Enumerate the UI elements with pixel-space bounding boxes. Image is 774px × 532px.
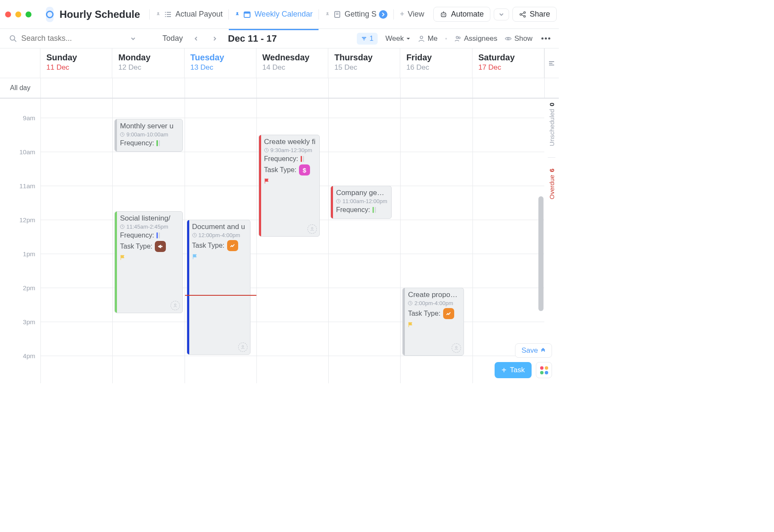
add-assignee-button[interactable]	[238, 342, 248, 352]
clock-icon	[120, 132, 125, 137]
clock-icon	[264, 148, 269, 153]
svg-point-26	[456, 36, 458, 38]
day-column-thursday[interactable]: Company genera 11:00am-12:00pm Frequency…	[328, 99, 400, 383]
flag-icon	[264, 178, 270, 184]
event-company-general[interactable]: Company genera 11:00am-12:00pm Frequency…	[330, 186, 392, 219]
day-column-saturday[interactable]	[472, 99, 544, 383]
pin-icon	[235, 12, 240, 17]
svg-rect-1	[167, 12, 171, 13]
share-button[interactable]: Share	[512, 7, 557, 22]
window-titlebar: Hourly Schedule Actual Payout Weekly Cal…	[0, 0, 559, 29]
separator	[445, 38, 447, 40]
clock-icon	[192, 233, 197, 238]
pin-icon	[156, 12, 161, 17]
fullscreen-window-button[interactable]	[26, 11, 31, 17]
search-dropdown[interactable]	[128, 33, 139, 44]
day-header-monday[interactable]: Monday12 Dec	[112, 48, 184, 78]
event-document[interactable]: Document and u 12:00pm-4:00pm Task Type:	[187, 220, 250, 355]
minimize-window-button[interactable]	[15, 11, 21, 17]
prev-week-button[interactable]	[191, 33, 202, 44]
filter-icon	[361, 36, 367, 42]
event-monthly-server[interactable]: Monthly server u 9:00am-10:00am Frequenc…	[114, 119, 182, 152]
search-field[interactable]	[9, 34, 120, 43]
calendar-toolbar: Today Dec 11 - 17 1 Week Me Assignees Sh…	[0, 29, 559, 48]
svg-point-17	[524, 15, 525, 17]
filter-count: 1	[370, 34, 373, 43]
add-assignee-button[interactable]	[171, 301, 180, 310]
person-icon	[418, 35, 425, 42]
svg-point-27	[458, 37, 460, 39]
share-label: Share	[530, 10, 550, 19]
automate-button[interactable]: Automate	[433, 7, 490, 22]
tab-getting-started[interactable]: Getting S	[319, 7, 393, 21]
day-header-thursday[interactable]: Thursday15 Dec	[328, 48, 400, 78]
add-assignee-button[interactable]	[307, 224, 317, 234]
new-task-button[interactable]: + Task	[495, 362, 532, 378]
save-button[interactable]: Save	[515, 343, 552, 358]
view-tabs: Actual Payout Weekly Calendar Getting S …	[149, 7, 430, 21]
svg-rect-11	[441, 13, 446, 17]
chevron-right-icon	[212, 36, 217, 41]
event-create-weekly[interactable]: Create weekly fi 9:30am-12:30pm Frequenc…	[259, 135, 320, 237]
time-gutter: 9am 10am 11am 12pm 1pm 2pm 3pm 4pm	[0, 99, 40, 383]
panel-icon	[548, 60, 555, 67]
flag-icon	[192, 254, 198, 260]
svg-point-13	[444, 14, 445, 15]
workspace-icon[interactable]	[46, 7, 54, 22]
day-column-tuesday[interactable]: Document and u 12:00pm-4:00pm Task Type:	[185, 99, 256, 383]
robot-icon	[440, 11, 447, 18]
show-label: Show	[514, 34, 532, 43]
svg-rect-0	[165, 12, 166, 13]
day-header-tuesday[interactable]: Tuesday13 Dec	[185, 48, 256, 78]
event-social-listening[interactable]: Social listening/ 11:45am-2:45pm Frequen…	[114, 211, 182, 313]
right-panel-toggle[interactable]	[544, 48, 559, 78]
add-view-button[interactable]: + View	[394, 7, 430, 21]
allday-label: All day	[0, 78, 40, 98]
tab-weekly-calendar[interactable]: Weekly Calendar	[229, 7, 319, 21]
me-filter[interactable]: Me	[418, 34, 438, 43]
megaphone-icon	[155, 241, 166, 252]
window-controls	[5, 11, 31, 17]
assignees-filter[interactable]: Assignees	[455, 34, 497, 43]
calendar-grid: 9am 10am 11am 12pm 1pm 2pm 3pm 4pm Month…	[0, 99, 559, 383]
view-mode-select[interactable]: Week	[385, 34, 410, 43]
tab-actual-payout[interactable]: Actual Payout	[150, 7, 228, 21]
show-toggle[interactable]: Show	[505, 34, 532, 43]
close-window-button[interactable]	[5, 11, 11, 17]
unscheduled-rail[interactable]: Unscheduled 0	[548, 103, 555, 146]
event-create-proposals[interactable]: Create proposals 2:00pm-4:00pm Task Type…	[402, 288, 464, 356]
me-label: Me	[427, 34, 438, 43]
day-column-sunday[interactable]	[40, 99, 112, 383]
svg-rect-5	[167, 16, 171, 17]
day-column-monday[interactable]: Monthly server u 9:00am-10:00am Frequenc…	[112, 99, 184, 383]
flag-icon	[408, 322, 414, 328]
overdue-rail[interactable]: Overdue 6	[548, 169, 555, 199]
svg-point-39	[311, 227, 313, 229]
apps-icon	[540, 366, 548, 374]
clock-icon	[336, 199, 341, 204]
share-icon	[519, 11, 526, 18]
svg-point-35	[174, 304, 176, 306]
floating-actions: Save + Task	[495, 343, 552, 378]
doc-icon	[333, 11, 341, 18]
automate-dropdown[interactable]	[494, 8, 509, 20]
day-header-sunday[interactable]: Sunday11 Dec	[40, 48, 112, 78]
day-header-friday[interactable]: Friday16 Dec	[400, 48, 472, 78]
day-column-wednesday[interactable]: Create weekly fi 9:30am-12:30pm Frequenc…	[256, 99, 328, 383]
more-menu[interactable]	[540, 37, 551, 40]
allday-row: All day	[0, 78, 559, 99]
filter-button[interactable]: 1	[357, 33, 378, 45]
day-column-friday[interactable]: Create proposals 2:00pm-4:00pm Task Type…	[400, 99, 472, 383]
next-week-button[interactable]	[209, 33, 220, 44]
day-header-saturday[interactable]: Saturday17 Dec	[472, 48, 544, 78]
add-assignee-button[interactable]	[452, 343, 461, 353]
day-header-wednesday[interactable]: Wednesday14 Dec	[256, 48, 328, 78]
search-input[interactable]	[21, 34, 120, 43]
assignees-label: Assignees	[464, 34, 497, 43]
today-button[interactable]: Today	[162, 34, 183, 43]
svg-rect-2	[165, 14, 166, 15]
now-indicator	[185, 295, 256, 296]
apps-button[interactable]	[536, 362, 552, 378]
plus-icon: +	[400, 10, 404, 19]
scrollbar-thumb[interactable]	[538, 196, 544, 311]
